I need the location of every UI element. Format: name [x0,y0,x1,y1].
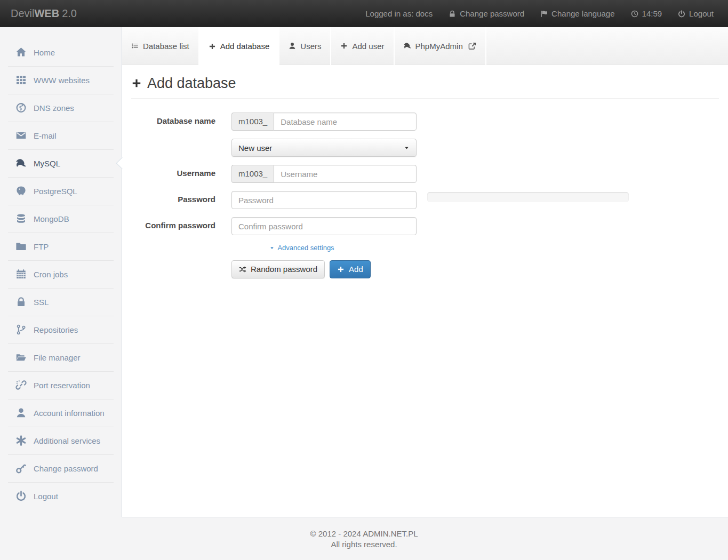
username-group: m1003_ [231,165,417,183]
caret-down-icon [404,145,410,151]
sidebar-item-ssl[interactable]: SSL [0,288,122,316]
sidebar-item-label: SSL [34,298,49,307]
tab-label: Add user [352,42,384,51]
sidebar-item-home[interactable]: Home [0,38,122,66]
main-panel: Database listAdd databaseUsersAdd userPh… [122,27,728,517]
brand-version: 2.0 [62,7,77,19]
sidebar-item-change-password[interactable]: Change password [0,454,122,482]
tab-label: PhpMyAdmin [415,42,463,51]
tab-phpmyadmin[interactable]: PhpMyAdmin [395,27,486,65]
globe-icon [14,102,28,113]
username-prefix: m1003_ [231,165,274,183]
code-branch-icon [14,324,28,335]
sidebar-item-port-reservation[interactable]: Port reservation [0,371,122,399]
postgresql-elephant-icon [14,186,28,196]
password-label: Password [131,191,231,204]
sidebar-item-repositories[interactable]: Repositories [0,316,122,343]
sidebar-item-logout[interactable]: Logout [0,482,122,510]
plus-icon [340,42,348,50]
navbar-item-logged-in-as: Logged in as: docs [365,9,433,18]
advanced-settings-toggle[interactable]: Advanced settings [195,244,409,252]
lock-icon [14,297,28,307]
advanced-settings-label: Advanced settings [277,244,334,252]
brand-logo[interactable]: DevilWEB2.0 [11,0,77,27]
sidebar-item-label: DNS zones [34,103,74,113]
tab-users[interactable]: Users [279,27,331,65]
page-footer: © 2012 - 2024 ADMIN.NET.PL All rights re… [0,517,728,550]
random-password-label: Random password [251,264,317,275]
sidebar-item-label: Cron jobs [34,270,68,279]
sidebar-item-label: Additional services [34,436,100,445]
caret-down-icon [269,245,275,251]
database-name-label: Database name [131,113,231,125]
broken-link-icon [14,380,28,390]
folder-open-icon [14,352,28,363]
title-divider [131,98,719,99]
grid-icon [14,75,28,85]
tab-database-list[interactable]: Database list [122,27,199,65]
footer-copyright: © 2012 - 2024 ADMIN.NET.PL [0,529,728,539]
password-input[interactable] [231,191,417,209]
add-button[interactable]: Add [330,260,371,278]
navbar-item-label: 14:59 [642,9,662,18]
tab-bar: Database listAdd databaseUsersAdd userPh… [122,27,728,65]
clock-icon [631,10,638,18]
power-icon [678,10,685,18]
navbar-item-change-language[interactable]: Change language [540,9,614,18]
username-input[interactable] [274,165,417,183]
sidebar-item-label: File manager [34,353,81,362]
sidebar-item-dns-zones[interactable]: DNS zones [0,94,122,122]
sidebar-item-e-mail[interactable]: E-mail [0,122,122,149]
mysql-dolphin-icon [14,158,28,169]
navbar-item-logout[interactable]: Logout [678,9,714,18]
lock-icon [449,10,456,18]
user-select-row: New user [131,139,719,157]
sidebar-item-label: E-mail [34,131,57,140]
flag-icon [540,10,548,18]
tab-label: Database list [143,42,189,51]
random-password-button[interactable]: Random password [231,260,325,278]
sidebar-item-mongodb[interactable]: MongoDB [0,205,122,233]
user-icon [289,42,296,50]
page-content: Add database Database name m1003_ New us… [122,65,728,278]
form-actions: Random password Add [231,260,719,278]
envelope-icon [14,130,28,141]
sidebar-item-mysql[interactable]: MySQL [0,149,122,177]
brand-name-bold: WEB [34,7,59,19]
sidebar-item-account-information[interactable]: Account information [0,399,122,427]
sidebar-item-label: PostgreSQL [34,187,77,196]
list-icon [131,42,139,50]
sidebar-item-label: MySQL [34,159,60,168]
add-database-form: Database name m1003_ New user Username m… [131,113,719,278]
username-label: Username [131,165,231,178]
user-select-value: New user [238,143,272,153]
footer-rights: All rights reserved. [0,539,728,550]
sidebar-item-label: WWW websites [34,76,90,85]
sidebar-item-ftp[interactable]: FTP [0,233,122,260]
database-name-prefix: m1003_ [231,113,274,131]
confirm-password-input[interactable] [231,217,417,235]
sidebar-item-file-manager[interactable]: File manager [0,343,122,371]
navbar-item-label: Logged in as: docs [365,9,433,18]
password-row: Password [131,191,719,209]
add-button-label: Add [349,264,363,275]
username-row: Username m1003_ [131,165,719,183]
brand-name: Devil [11,7,34,19]
navbar-item-server-time: 14:59 [631,9,662,18]
sidebar-item-cron-jobs[interactable]: Cron jobs [0,260,122,288]
sidebar-item-label: Repositories [34,325,78,334]
sidebar-item-label: Home [34,48,55,57]
sidebar-item-postgresql[interactable]: PostgreSQL [0,177,122,205]
home-icon [14,47,28,58]
tab-add-user[interactable]: Add user [331,27,394,65]
database-name-input[interactable] [274,113,417,131]
page-title: Add database [131,75,719,91]
sidebar-item-additional-services[interactable]: Additional services [0,427,122,454]
user-select-dropdown[interactable]: New user [231,139,417,157]
password-strength-meter [427,192,629,202]
tab-add-database[interactable]: Add database [199,27,280,65]
navbar-item-change-password[interactable]: Change password [449,9,524,18]
sidebar-item-www-websites[interactable]: WWW websites [0,66,122,94]
sidebar-item-label: FTP [34,242,49,251]
key-icon [14,463,28,474]
